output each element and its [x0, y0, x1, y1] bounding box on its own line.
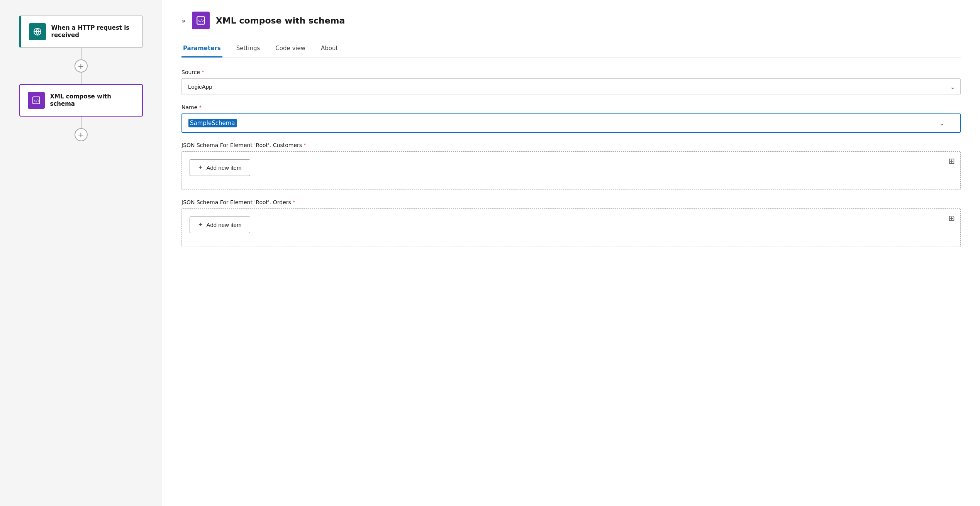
trigger-node[interactable]: When a HTTP request is received [19, 15, 143, 48]
connector-2: + [75, 117, 88, 141]
tab-settings[interactable]: Settings [235, 41, 262, 58]
add-new-item-customers-button[interactable]: + Add new item [190, 159, 250, 176]
http-trigger-icon [29, 23, 46, 40]
add-new-item-orders-button[interactable]: + Add new item [190, 217, 250, 233]
panel-header: » </> XML compose with schema [181, 12, 961, 29]
workflow-canvas: When a HTTP request is received + </> XM… [0, 0, 162, 506]
plus-icon-orders: + [198, 221, 203, 229]
orders-toolbar-icon[interactable]: ⊞ [948, 213, 955, 223]
json-schema-customers-area: ⊞ + Add new item [181, 151, 961, 190]
xml-action-icon: </> [28, 92, 45, 109]
name-required: * [199, 104, 202, 110]
action-node-label: XML compose withschema [50, 93, 111, 108]
connector-line-2 [81, 73, 81, 84]
name-select-wrapper: SampleSchema ⌄ [181, 113, 961, 133]
tab-parameters[interactable]: Parameters [181, 41, 222, 58]
source-select-wrapper: LogicApp Inline ⌄ [181, 78, 961, 95]
json-schema-orders-area: ⊞ + Add new item [181, 208, 961, 247]
action-node-xml[interactable]: </> XML compose withschema [19, 84, 143, 117]
properties-panel: » </> XML compose with schema Parameters… [162, 0, 980, 506]
json-schema-customers-group: JSON Schema For Element 'Root'. Customer… [181, 142, 961, 190]
customers-toolbar-icon[interactable]: ⊞ [948, 156, 955, 166]
panel-header-icon: </> [192, 12, 210, 29]
json-schema-orders-group: JSON Schema For Element 'Root'. Orders *… [181, 199, 961, 247]
add-new-item-orders-label: Add new item [207, 222, 242, 228]
source-label: Source * [181, 69, 961, 75]
panel-title: XML compose with schema [216, 16, 345, 25]
name-chevron-icon: ⌄ [939, 120, 944, 127]
name-selected-value: SampleSchema [188, 119, 237, 127]
svg-text:</>: </> [34, 99, 40, 103]
json-schema-customers-label: JSON Schema For Element 'Root'. Customer… [181, 142, 961, 148]
name-display-field[interactable]: SampleSchema ⌄ [181, 113, 961, 133]
plus-icon-customers: + [198, 164, 203, 172]
tab-about[interactable]: About [319, 41, 339, 58]
breadcrumb-chevrons: » [181, 17, 186, 25]
tab-code-view[interactable]: Code view [274, 41, 307, 58]
name-label: Name * [181, 104, 961, 110]
add-new-item-customers-label: Add new item [207, 164, 242, 171]
trigger-node-label: When a HTTP request is received [51, 24, 134, 39]
source-required: * [202, 69, 204, 75]
source-field-group: Source * LogicApp Inline ⌄ [181, 69, 961, 95]
name-field-group: Name * SampleSchema ⌄ [181, 104, 961, 133]
tabs-bar: Parameters Settings Code view About [181, 41, 961, 58]
orders-required: * [293, 199, 295, 205]
customers-required: * [303, 142, 306, 148]
connector-1: + [75, 48, 88, 84]
add-step-button-1[interactable]: + [75, 59, 88, 73]
source-select[interactable]: LogicApp Inline [181, 78, 961, 95]
add-step-button-2[interactable]: + [75, 128, 88, 141]
connector-line-1 [81, 48, 81, 59]
json-schema-orders-label: JSON Schema For Element 'Root'. Orders * [181, 199, 961, 205]
connector-line-3 [81, 117, 81, 128]
svg-text:</>: </> [198, 19, 205, 23]
